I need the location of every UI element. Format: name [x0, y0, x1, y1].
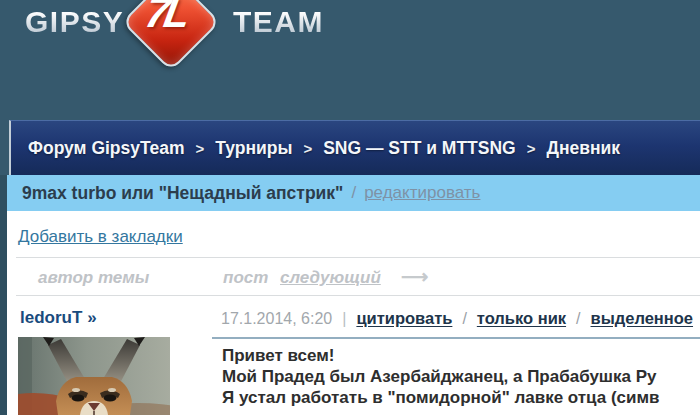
left-edge-strip	[0, 175, 7, 415]
author-marker-icon[interactable]: »	[87, 308, 96, 327]
post-column-header: пост	[223, 268, 268, 288]
post-line-3: Я устал работать в "помидорной" лавке от…	[222, 387, 660, 408]
breadcrumb-separator-icon: >	[527, 140, 536, 157]
post-meta-line: 17.1.2014, 6:20 | цитировать / только ни…	[221, 309, 693, 328]
author-name[interactable]: ledoruT	[20, 308, 82, 327]
post-line-2: Мой Прадед был Азербайджанец, а Прабабуш…	[222, 366, 660, 387]
next-post-link[interactable]: следующий	[280, 268, 381, 288]
logo-text-gipsy: GIPSY	[25, 5, 124, 39]
highlight-link[interactable]: выделенное	[591, 309, 694, 328]
topic-title: 9max turbo или "Нещадный апстрик"	[22, 183, 343, 204]
author-column-header: автор темы	[38, 268, 149, 288]
meta-slash-separator: /	[462, 310, 466, 328]
next-arrow-icon[interactable]: ⟶	[401, 265, 428, 288]
breadcrumb-bar: Форум GipsyTeam > Турниры > SNG — STT и …	[9, 120, 700, 176]
breadcrumb: Форум GipsyTeam > Турниры > SNG — STT и …	[11, 138, 620, 159]
breadcrumb-separator-icon: >	[303, 140, 312, 157]
breadcrumb-item-sng[interactable]: SNG — STT и MTTSNG	[323, 138, 516, 159]
breadcrumb-item-forum[interactable]: Форум GipsyTeam	[28, 138, 184, 159]
nick-only-link[interactable]: только ник	[477, 309, 566, 328]
post-author-link[interactable]: ledoruT»	[20, 308, 97, 328]
post-date: 17.1.2014, 6:20	[221, 310, 332, 328]
edit-topic-link[interactable]: редактировать	[364, 183, 480, 203]
forum-page: GIPSY 7L TEAM Форум GipsyTeam > Турниры …	[0, 0, 700, 415]
divider	[16, 257, 700, 258]
logo-7l-mark: 7L	[142, 0, 188, 34]
caracal-illustration	[18, 337, 170, 415]
logo-text-team: TEAM	[233, 5, 324, 39]
quote-link[interactable]: цитировать	[356, 309, 452, 328]
breadcrumb-item-diary[interactable]: Дневник	[547, 138, 621, 159]
post-meta-underline	[212, 337, 700, 339]
meta-slash-separator: /	[576, 310, 580, 328]
topic-title-bar: 9max turbo или "Нещадный апстрик" / реда…	[7, 175, 700, 211]
user-avatar-caracal-image	[18, 337, 170, 415]
breadcrumb-separator-icon: >	[195, 140, 204, 157]
breadcrumb-item-tournaments[interactable]: Турниры	[215, 138, 292, 159]
post-line-1: Привет всем!	[222, 345, 660, 366]
post-body: Привет всем! Мой Прадед был Азербайджане…	[222, 345, 660, 408]
content-panel: 9max turbo или "Нещадный апстрик" / реда…	[7, 175, 700, 415]
post-table-header: автор темы пост следующий ⟶	[7, 268, 700, 292]
add-bookmark-link[interactable]: Добавить в закладки	[18, 227, 183, 247]
topic-separator: /	[351, 183, 356, 203]
divider	[16, 295, 700, 296]
meta-pipe-separator: |	[342, 310, 346, 328]
